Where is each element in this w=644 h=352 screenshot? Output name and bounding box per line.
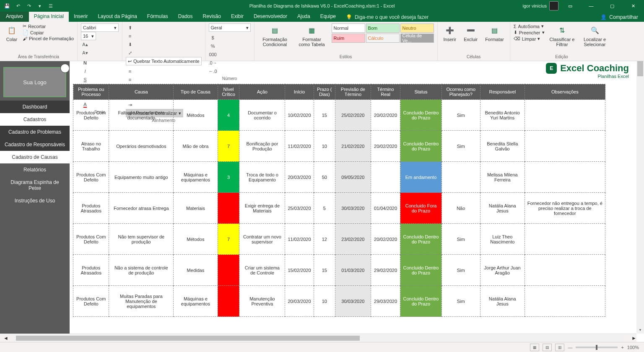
cell-inicio[interactable]: 20/03/2020 xyxy=(285,162,314,193)
format-as-table-button[interactable]: ▦Formatar como Tabela xyxy=(295,23,329,48)
close-icon[interactable]: ✕ xyxy=(624,0,642,12)
share-button[interactable]: 👤 Compartilhar xyxy=(595,13,644,22)
cell-nivel[interactable]: 4 xyxy=(218,100,239,131)
scroll-thumb[interactable] xyxy=(637,61,643,76)
format-painter-button[interactable]: 🖌Pincel de Formatação xyxy=(23,36,74,41)
cell-prev[interactable]: 30/03/2020 xyxy=(335,286,371,317)
cell-acao[interactable]: Contratar um novo supervisor xyxy=(239,224,285,255)
maximize-icon[interactable]: ▢ xyxy=(603,0,621,12)
cell-ocorreu[interactable] xyxy=(441,162,480,193)
style-celula[interactable]: Célula de Ve... xyxy=(400,34,434,43)
cell-prev[interactable]: 25/02/2020 xyxy=(335,100,371,131)
column-header[interactable]: Observações xyxy=(525,84,605,100)
orientation-icon[interactable]: ⤢ xyxy=(126,49,134,57)
cell-inicio[interactable]: 25/03/2020 xyxy=(285,193,314,224)
cell-nivel[interactable]: 7 xyxy=(218,131,239,162)
style-ruim[interactable]: Ruim xyxy=(332,34,365,43)
style-normal[interactable]: Normal xyxy=(332,23,365,33)
cell-obs[interactable]: Fornecedor não entregou a tempo, é preci… xyxy=(525,193,605,224)
column-header[interactable]: Tipo de Causa xyxy=(174,84,218,100)
cell-prazo[interactable]: 10 xyxy=(314,131,335,162)
cell-obs[interactable] xyxy=(525,255,605,286)
style-neutro[interactable]: Neutro xyxy=(400,23,434,33)
cell-resp[interactable]: Jorge Arthur Juan Aragão xyxy=(480,255,525,286)
user-avatar-icon[interactable] xyxy=(549,1,558,10)
view-normal-icon[interactable]: ▦ xyxy=(530,344,539,351)
cell-resp[interactable]: Natália Alana Jesus xyxy=(480,286,525,317)
tab-fórmulas[interactable]: Fórmulas xyxy=(142,12,173,22)
cell-prazo[interactable]: 15 xyxy=(314,100,335,131)
format-cells-button[interactable]: ▤Formatar xyxy=(483,23,506,43)
redo-icon[interactable]: ↷ xyxy=(24,1,34,10)
column-header[interactable]: Problema ou Processo xyxy=(73,84,109,100)
cut-button[interactable]: ✂Recortar xyxy=(23,23,74,29)
cell-prev[interactable]: 09/05/2020 xyxy=(335,162,371,193)
cell-causa[interactable]: Falta de Procedimento documentado xyxy=(109,100,174,131)
column-header[interactable]: Status xyxy=(400,84,441,100)
sidebar-item-relatórios[interactable]: Relatórios xyxy=(0,163,70,176)
cell-real[interactable]: 29/02/2020 xyxy=(371,255,400,286)
sheet-content[interactable]: E Excel Coaching Planilhas Excel Problem… xyxy=(70,61,644,342)
cell-resp[interactable]: Benedita Stella Galvão xyxy=(480,131,525,162)
table-row[interactable]: Produtos Com DefeitoMuitas Paradas para … xyxy=(73,286,605,317)
cell-obs[interactable] xyxy=(525,100,605,131)
align-bottom-icon[interactable]: ⬇ xyxy=(126,40,134,49)
sidebar-item-dashboard[interactable]: Dashboard xyxy=(0,101,70,113)
cell-tipo[interactable]: Medidas xyxy=(174,255,218,286)
clear-button[interactable]: ⌫Limpar▾ xyxy=(514,36,545,41)
zoom-out-icon[interactable]: — xyxy=(568,345,572,350)
table-row[interactable]: Produtos Com DefeitoFalta de Procediment… xyxy=(73,100,605,131)
cell-problema[interactable]: Produtos Com Defeito xyxy=(73,224,109,255)
cell-nivel[interactable]: 8 xyxy=(218,255,239,286)
minimize-icon[interactable]: — xyxy=(582,0,600,12)
cell-resp[interactable]: Benedito Antonio Yuri Martins xyxy=(480,100,525,131)
paste-button[interactable]: 📋 Colar xyxy=(3,23,20,43)
cell-problema[interactable]: Produtos Atrasados xyxy=(73,193,109,224)
cell-resp[interactable]: Natália Alana Jesus xyxy=(480,193,525,224)
cell-causa[interactable]: Não a sistema de controle de produção xyxy=(109,255,174,286)
decrease-font-icon[interactable]: A▾ xyxy=(81,49,89,57)
cell-prev[interactable]: 21/02/2020 xyxy=(335,131,371,162)
scroll-down-icon[interactable]: ▼ xyxy=(636,326,644,334)
align-top-icon[interactable]: ⬆ xyxy=(126,23,134,32)
view-page-break-icon[interactable]: ▥ xyxy=(555,344,564,351)
table-row[interactable]: Atraso no TrabalhoOperários desmotivados… xyxy=(73,131,605,162)
column-header[interactable]: Prazo ( Dias) xyxy=(314,84,335,100)
cell-problema[interactable]: Produtos Com Defeito xyxy=(73,162,109,193)
cell-status[interactable]: Concluido Dentro do Prazo xyxy=(400,224,441,255)
sidebar-item-diagrama-espinha-de-peixe[interactable]: Diagrama Espinha de Peixe xyxy=(0,176,70,194)
cell-tipo[interactable]: Materiais xyxy=(174,193,218,224)
cell-status[interactable]: Concluido Dentro do Prazo xyxy=(400,286,441,317)
horizontal-scrollbar[interactable]: ◄ ► xyxy=(0,334,636,342)
tab-exibir[interactable]: Exibir xyxy=(226,12,249,22)
cell-inicio[interactable]: 10/02/2020 xyxy=(285,100,314,131)
cell-tipo[interactable]: Mão de obra xyxy=(174,131,218,162)
cell-prev[interactable]: 30/03/2020 xyxy=(335,193,371,224)
cell-problema[interactable]: Produtos Com Defeito xyxy=(73,100,109,131)
cell-resp[interactable]: Melissa Milena Ferreira xyxy=(480,162,525,193)
font-size-select[interactable]: 16▾ xyxy=(81,32,96,40)
cell-acao[interactable]: Bonificação por Produção xyxy=(239,131,285,162)
cell-causa[interactable]: Equipamento muito antigo xyxy=(109,162,174,193)
column-header[interactable]: Previsão de Término xyxy=(335,84,371,100)
cell-acao[interactable]: Exigir entrega de Materiais xyxy=(239,193,285,224)
cell-ocorreu[interactable]: Sim xyxy=(441,131,480,162)
cell-prazo[interactable]: 50 xyxy=(314,162,335,193)
scroll-right-icon[interactable]: ► xyxy=(631,335,636,341)
cell-obs[interactable] xyxy=(525,162,605,193)
cell-ocorreu[interactable]: Sim xyxy=(441,286,480,317)
cell-nivel[interactable]: 9 xyxy=(218,193,239,224)
cell-tipo[interactable]: Métodos xyxy=(174,224,218,255)
tab-equipe[interactable]: Equipe xyxy=(315,12,341,22)
table-row[interactable]: Produtos Com DefeitoNão tem supervisor d… xyxy=(73,224,605,255)
column-header[interactable]: Ocorreu como Planejado? xyxy=(441,84,480,100)
sidebar-item-cadastro-de-causas[interactable]: Cadastro de Causas xyxy=(0,151,70,163)
find-select-button[interactable]: 🔍Localizar e Selecionar xyxy=(580,23,610,48)
cell-prazo[interactable]: 15 xyxy=(314,255,335,286)
cell-obs[interactable] xyxy=(525,131,605,162)
cell-acao[interactable]: Criar um sistema de Controle xyxy=(239,255,285,286)
style-calculo[interactable]: Cálculo xyxy=(366,34,400,43)
cell-nivel[interactable]: 3 xyxy=(218,162,239,193)
hscroll-thumb[interactable] xyxy=(16,336,360,341)
qat-more-icon[interactable]: ▾ xyxy=(35,1,44,10)
